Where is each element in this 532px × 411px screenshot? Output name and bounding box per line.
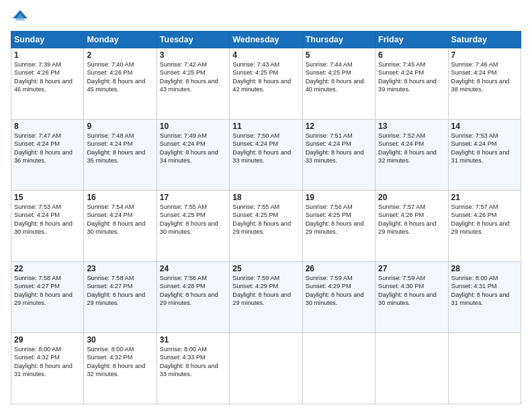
week-row-5: 29Sunrise: 8:00 AMSunset: 4:32 PMDayligh…	[11, 333, 521, 404]
page: SundayMondayTuesdayWednesdayThursdayFrid…	[0, 0, 532, 411]
calendar-cell: 16Sunrise: 7:54 AMSunset: 4:24 PMDayligh…	[84, 191, 157, 262]
calendar-cell: 31Sunrise: 8:00 AMSunset: 4:33 PMDayligh…	[157, 333, 229, 404]
calendar-header-row: SundayMondayTuesdayWednesdayThursdayFrid…	[11, 32, 521, 48]
calendar-cell: 17Sunrise: 7:55 AMSunset: 4:25 PMDayligh…	[157, 191, 229, 262]
calendar-cell: 12Sunrise: 7:51 AMSunset: 4:24 PMDayligh…	[302, 120, 375, 191]
day-number: 10	[160, 122, 226, 131]
cell-info: Sunrise: 7:39 AMSunset: 4:26 PMDaylight:…	[14, 60, 81, 94]
calendar-table: SundayMondayTuesdayWednesdayThursdayFrid…	[11, 31, 521, 404]
day-header-sunday: Sunday	[11, 32, 84, 48]
calendar-cell: 29Sunrise: 8:00 AMSunset: 4:32 PMDayligh…	[11, 333, 84, 404]
cell-info: Sunrise: 7:45 AMSunset: 4:24 PMDaylight:…	[378, 60, 445, 94]
calendar-cell: 3Sunrise: 7:42 AMSunset: 4:25 PMDaylight…	[157, 48, 229, 120]
calendar-cell: 30Sunrise: 8:00 AMSunset: 4:32 PMDayligh…	[84, 333, 157, 404]
cell-info: Sunrise: 7:58 AMSunset: 4:27 PMDaylight:…	[87, 274, 153, 308]
calendar-cell: 25Sunrise: 7:59 AMSunset: 4:29 PMDayligh…	[230, 262, 302, 333]
calendar-cell	[375, 333, 448, 404]
day-number: 4	[232, 50, 299, 60]
calendar-cell: 8Sunrise: 7:47 AMSunset: 4:24 PMDaylight…	[11, 120, 84, 191]
day-number: 7	[451, 50, 518, 60]
calendar-cell: 23Sunrise: 7:58 AMSunset: 4:27 PMDayligh…	[84, 262, 157, 333]
cell-info: Sunrise: 7:54 AMSunset: 4:24 PMDaylight:…	[87, 203, 153, 236]
cell-info: Sunrise: 8:00 AMSunset: 4:32 PMDaylight:…	[14, 345, 81, 379]
day-header-tuesday: Tuesday	[157, 32, 229, 48]
calendar-cell: 4Sunrise: 7:43 AMSunset: 4:25 PMDaylight…	[230, 48, 302, 120]
calendar-cell	[302, 333, 375, 404]
day-number: 2	[87, 50, 153, 60]
day-number: 24	[160, 264, 226, 273]
cell-info: Sunrise: 7:46 AMSunset: 4:24 PMDaylight:…	[451, 60, 518, 94]
calendar-cell: 5Sunrise: 7:44 AMSunset: 4:25 PMDaylight…	[302, 48, 375, 120]
cell-info: Sunrise: 7:50 AMSunset: 4:24 PMDaylight:…	[232, 132, 299, 165]
cell-info: Sunrise: 7:42 AMSunset: 4:25 PMDaylight:…	[160, 60, 226, 94]
day-number: 21	[451, 193, 518, 202]
calendar-cell: 18Sunrise: 7:55 AMSunset: 4:25 PMDayligh…	[230, 191, 302, 262]
day-number: 31	[160, 335, 226, 345]
calendar-cell: 22Sunrise: 7:58 AMSunset: 4:27 PMDayligh…	[11, 262, 84, 333]
logo	[11, 8, 32, 27]
calendar-cell: 21Sunrise: 7:57 AMSunset: 4:26 PMDayligh…	[448, 191, 521, 262]
day-number: 18	[232, 193, 299, 202]
cell-info: Sunrise: 7:49 AMSunset: 4:24 PMDaylight:…	[160, 132, 226, 165]
day-number: 17	[160, 193, 226, 202]
calendar-cell	[230, 333, 302, 404]
day-number: 8	[14, 122, 81, 131]
calendar-cell: 1Sunrise: 7:39 AMSunset: 4:26 PMDaylight…	[11, 48, 84, 120]
day-number: 16	[87, 193, 153, 202]
day-number: 9	[87, 122, 153, 131]
day-number: 26	[306, 264, 372, 273]
calendar-cell: 19Sunrise: 7:56 AMSunset: 4:25 PMDayligh…	[302, 191, 375, 262]
day-number: 6	[378, 50, 445, 60]
calendar-cell: 24Sunrise: 7:58 AMSunset: 4:28 PMDayligh…	[157, 262, 229, 333]
cell-info: Sunrise: 7:43 AMSunset: 4:25 PMDaylight:…	[232, 60, 299, 94]
cell-info: Sunrise: 7:56 AMSunset: 4:25 PMDaylight:…	[306, 203, 372, 236]
day-header-saturday: Saturday	[448, 32, 521, 48]
week-row-2: 8Sunrise: 7:47 AMSunset: 4:24 PMDaylight…	[11, 120, 521, 191]
day-number: 15	[14, 193, 81, 202]
day-number: 28	[451, 264, 518, 273]
week-row-4: 22Sunrise: 7:58 AMSunset: 4:27 PMDayligh…	[11, 262, 521, 333]
cell-info: Sunrise: 7:59 AMSunset: 4:29 PMDaylight:…	[232, 274, 299, 308]
cell-info: Sunrise: 7:57 AMSunset: 4:26 PMDaylight:…	[378, 203, 445, 236]
day-number: 23	[87, 264, 153, 273]
week-row-1: 1Sunrise: 7:39 AMSunset: 4:26 PMDaylight…	[11, 48, 521, 120]
calendar-cell	[448, 333, 521, 404]
day-number: 1	[14, 50, 81, 60]
day-number: 29	[14, 335, 81, 345]
cell-info: Sunrise: 7:48 AMSunset: 4:24 PMDaylight:…	[87, 132, 153, 165]
cell-info: Sunrise: 7:51 AMSunset: 4:24 PMDaylight:…	[306, 132, 372, 165]
calendar-cell: 9Sunrise: 7:48 AMSunset: 4:24 PMDaylight…	[84, 120, 157, 191]
day-header-friday: Friday	[375, 32, 448, 48]
day-number: 22	[14, 264, 81, 273]
cell-info: Sunrise: 8:00 AMSunset: 4:33 PMDaylight:…	[160, 345, 226, 379]
day-number: 3	[160, 50, 226, 60]
calendar-cell: 2Sunrise: 7:40 AMSunset: 4:26 PMDaylight…	[84, 48, 157, 120]
cell-info: Sunrise: 8:00 AMSunset: 4:32 PMDaylight:…	[87, 345, 153, 379]
cell-info: Sunrise: 7:55 AMSunset: 4:25 PMDaylight:…	[160, 203, 226, 236]
cell-info: Sunrise: 7:40 AMSunset: 4:26 PMDaylight:…	[87, 60, 153, 94]
day-number: 20	[378, 193, 445, 202]
cell-info: Sunrise: 8:00 AMSunset: 4:31 PMDaylight:…	[451, 274, 518, 308]
day-number: 13	[378, 122, 445, 131]
logo-icon	[11, 8, 30, 27]
day-number: 25	[232, 264, 299, 273]
cell-info: Sunrise: 7:44 AMSunset: 4:25 PMDaylight:…	[306, 60, 372, 94]
cell-info: Sunrise: 7:55 AMSunset: 4:25 PMDaylight:…	[232, 203, 299, 236]
calendar-cell: 10Sunrise: 7:49 AMSunset: 4:24 PMDayligh…	[157, 120, 229, 191]
calendar-cell: 6Sunrise: 7:45 AMSunset: 4:24 PMDaylight…	[375, 48, 448, 120]
day-header-monday: Monday	[84, 32, 157, 48]
day-number: 30	[87, 335, 153, 345]
cell-info: Sunrise: 7:58 AMSunset: 4:27 PMDaylight:…	[14, 274, 81, 308]
cell-info: Sunrise: 7:57 AMSunset: 4:26 PMDaylight:…	[451, 203, 518, 236]
calendar-cell: 7Sunrise: 7:46 AMSunset: 4:24 PMDaylight…	[448, 48, 521, 120]
calendar-cell: 14Sunrise: 7:53 AMSunset: 4:24 PMDayligh…	[448, 120, 521, 191]
calendar-cell: 11Sunrise: 7:50 AMSunset: 4:24 PMDayligh…	[230, 120, 302, 191]
calendar-cell: 27Sunrise: 7:59 AMSunset: 4:30 PMDayligh…	[375, 262, 448, 333]
day-header-thursday: Thursday	[302, 32, 375, 48]
calendar-cell: 28Sunrise: 8:00 AMSunset: 4:31 PMDayligh…	[448, 262, 521, 333]
day-number: 14	[451, 122, 518, 131]
calendar-cell: 20Sunrise: 7:57 AMSunset: 4:26 PMDayligh…	[375, 191, 448, 262]
header	[11, 8, 521, 27]
cell-info: Sunrise: 7:58 AMSunset: 4:28 PMDaylight:…	[160, 274, 226, 308]
cell-info: Sunrise: 7:53 AMSunset: 4:24 PMDaylight:…	[451, 132, 518, 165]
